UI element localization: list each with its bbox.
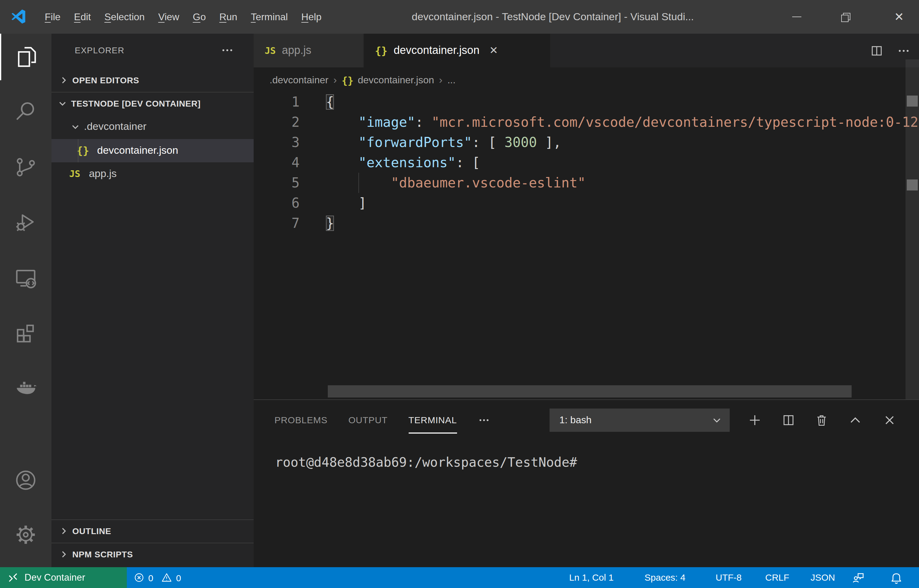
feedback-icon bbox=[851, 571, 865, 584]
terminal-prompt[interactable]: root@d48e8d38ab69:/workspaces/TestNode# bbox=[275, 455, 577, 470]
menu-view[interactable]: View bbox=[151, 11, 186, 23]
remote-indicator[interactable]: Dev Container bbox=[0, 567, 127, 588]
panel-tab-problems[interactable]: PROBLEMS bbox=[275, 400, 328, 440]
tab-app-js[interactable]: JS app.js bbox=[254, 34, 364, 67]
tab-devcontainer-json[interactable]: {} devcontainer.json ✕ bbox=[364, 34, 551, 67]
extensions-icon bbox=[14, 320, 37, 344]
code-token: "image" bbox=[359, 115, 415, 130]
chevron-up-icon bbox=[848, 413, 862, 428]
ellipsis-icon bbox=[221, 44, 234, 57]
breadcrumb: .devcontainer › {} devcontainer.json › .… bbox=[254, 67, 919, 93]
line-number: 3 bbox=[254, 132, 300, 152]
restore-icon bbox=[841, 13, 849, 21]
menu-terminal[interactable]: Terminal bbox=[244, 11, 295, 23]
activity-item-run-debug[interactable] bbox=[0, 199, 52, 246]
maximize-panel-button[interactable] bbox=[848, 413, 862, 428]
overview-ruler-mark bbox=[907, 95, 918, 107]
section-outline[interactable]: OUTLINE bbox=[52, 519, 254, 543]
panel-more-button[interactable] bbox=[478, 414, 490, 426]
code-line: 5 "dbaeumer.vscode-eslint" bbox=[254, 173, 919, 193]
tree-item-devcontainer-folder[interactable]: .devcontainer bbox=[52, 115, 254, 139]
vscode-window: File Edit Selection View Go Run Terminal… bbox=[0, 0, 919, 588]
indentation-status[interactable]: Spaces: 4 bbox=[644, 567, 685, 588]
error-icon bbox=[134, 572, 145, 583]
indent-guide bbox=[359, 173, 359, 193]
horizontal-scrollbar[interactable] bbox=[328, 385, 851, 397]
file-label: devcontainer.json bbox=[97, 145, 178, 157]
feedback-button[interactable] bbox=[851, 567, 865, 588]
chevron-right-icon bbox=[59, 549, 69, 559]
menu-file[interactable]: File bbox=[38, 11, 68, 23]
account-icon bbox=[14, 468, 37, 492]
search-icon bbox=[14, 100, 37, 123]
run-debug-icon bbox=[14, 211, 37, 234]
workspace-label: TESTNODE [DEV CONTAINER] bbox=[71, 99, 201, 108]
editor-actions bbox=[870, 34, 911, 67]
tree-item-devcontainer-json[interactable]: {} devcontainer.json bbox=[52, 139, 254, 162]
language-mode-status[interactable]: JSON bbox=[811, 567, 835, 588]
section-label: OUTLINE bbox=[72, 526, 111, 536]
terminal-shell-select[interactable]: 1: bash bbox=[549, 409, 730, 432]
overview-ruler-mark bbox=[907, 179, 918, 191]
activity-item-source-control[interactable] bbox=[0, 144, 52, 191]
vertical-scrollbar[interactable] bbox=[906, 60, 919, 399]
encoding-status[interactable]: UTF-8 bbox=[715, 567, 741, 588]
menu-help[interactable]: Help bbox=[295, 11, 328, 23]
section-npm-scripts[interactable]: NPM SCRIPTS bbox=[52, 543, 254, 566]
problems-status[interactable]: 0 0 bbox=[134, 567, 181, 588]
tree-item-app-js[interactable]: JS app.js bbox=[52, 162, 254, 186]
code-line: 4 "extensions": [ bbox=[254, 152, 919, 173]
restore-button[interactable] bbox=[831, 0, 859, 34]
activity-item-explorer[interactable] bbox=[0, 34, 53, 80]
close-panel-button[interactable] bbox=[882, 413, 897, 428]
close-window-button[interactable]: ✕ bbox=[879, 0, 919, 34]
activity-item-remote-explorer[interactable] bbox=[0, 255, 52, 301]
section-workspace-root[interactable]: TESTNODE [DEV CONTAINER] bbox=[52, 92, 254, 115]
notifications-button[interactable] bbox=[890, 567, 903, 588]
activity-item-accounts[interactable] bbox=[0, 457, 52, 504]
section-open-editors[interactable]: OPEN EDITORS bbox=[52, 69, 254, 92]
panel-tab-terminal[interactable]: TERMINAL bbox=[409, 400, 457, 440]
code-token: } bbox=[326, 216, 334, 231]
window-title: devcontainer.json - TestNode [Dev Contai… bbox=[412, 0, 694, 34]
json-file-icon: {} bbox=[77, 145, 89, 157]
split-editor-icon bbox=[870, 44, 883, 57]
menu-selection[interactable]: Selection bbox=[98, 11, 152, 23]
editor-tab-bar: JS app.js {} devcontainer.json ✕ bbox=[254, 34, 919, 67]
line-number: 5 bbox=[254, 173, 300, 193]
breadcrumb-item-file[interactable]: devcontainer.json bbox=[358, 75, 434, 86]
chevron-down-icon bbox=[711, 415, 722, 426]
panel-tab-output[interactable]: OUTPUT bbox=[348, 400, 388, 440]
activity-item-settings[interactable] bbox=[0, 511, 52, 558]
eol-status[interactable]: CRLF bbox=[765, 567, 789, 588]
panel-tab-bar: PROBLEMS OUTPUT TERMINAL bbox=[275, 400, 490, 440]
files-icon bbox=[15, 45, 39, 69]
json-file-icon: {} bbox=[342, 74, 354, 86]
explorer-actions-button[interactable] bbox=[221, 40, 234, 61]
ellipsis-icon bbox=[897, 44, 911, 57]
code-editor[interactable]: 1 { 2 "image": "mcr.microsoft.com/vscode… bbox=[254, 92, 919, 233]
close-tab-icon[interactable]: ✕ bbox=[489, 44, 498, 57]
split-terminal-button[interactable] bbox=[782, 414, 795, 427]
menu-go[interactable]: Go bbox=[186, 11, 213, 23]
activity-item-search[interactable] bbox=[0, 88, 52, 135]
split-editor-button[interactable] bbox=[870, 44, 883, 57]
code-line: 2 "image": "mcr.microsoft.com/vscode/dev… bbox=[254, 112, 919, 132]
new-terminal-button[interactable] bbox=[748, 413, 762, 428]
more-actions-button[interactable] bbox=[897, 44, 911, 57]
breadcrumb-item-folder[interactable]: .devcontainer bbox=[270, 75, 328, 86]
cursor-position[interactable]: Ln 1, Col 1 bbox=[569, 567, 614, 588]
kill-terminal-button[interactable] bbox=[815, 414, 829, 427]
code-token: ] bbox=[359, 195, 367, 211]
activity-item-extensions[interactable] bbox=[0, 309, 52, 355]
menu-bar: File Edit Selection View Go Run Terminal… bbox=[38, 0, 328, 34]
breadcrumb-item-symbol[interactable]: ... bbox=[447, 75, 455, 86]
docker-icon bbox=[14, 375, 37, 398]
trash-icon bbox=[815, 414, 829, 427]
menu-run[interactable]: Run bbox=[213, 11, 244, 23]
bottom-panel: PROBLEMS OUTPUT TERMINAL 1: bash bbox=[254, 399, 919, 567]
minimize-button[interactable] bbox=[782, 0, 811, 34]
menu-edit[interactable]: Edit bbox=[68, 11, 98, 23]
warning-count: 0 bbox=[176, 572, 181, 583]
activity-item-docker[interactable] bbox=[0, 363, 52, 410]
